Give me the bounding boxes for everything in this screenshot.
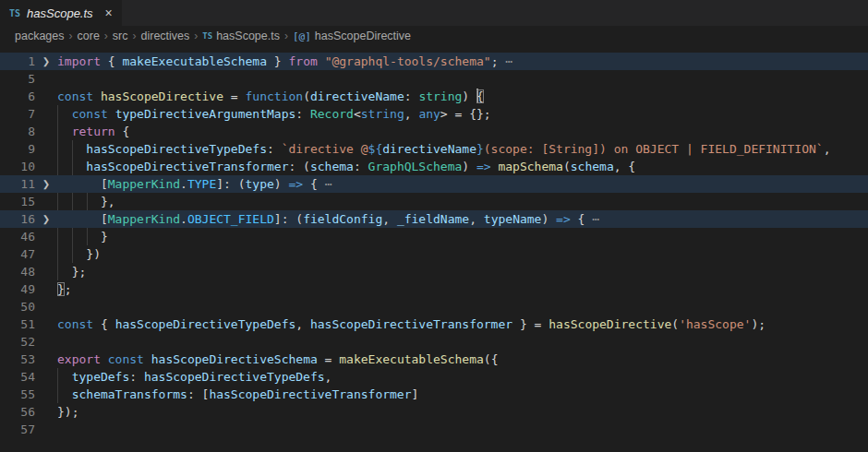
code-line-15[interactable]: 15 }, [0, 193, 868, 210]
fold-spacer [35, 351, 57, 368]
line-number[interactable]: 9 [0, 140, 35, 158]
code-line-51[interactable]: 51const { hasScopeDirectiveTypeDefs, has… [0, 315, 868, 333]
folded-code-ellipsis[interactable]: ⋯ [505, 54, 512, 68]
code-line-1[interactable]: 1❯import { makeExecutableSchema } from "… [0, 53, 868, 70]
code-token: { [115, 125, 130, 138]
line-number[interactable]: 50 [0, 298, 35, 315]
breadcrumb-item-core[interactable]: core [78, 30, 100, 42]
fold-spacer [35, 263, 57, 280]
code-token: } = [512, 317, 549, 331]
code-line-16[interactable]: 16❯ [MapperKind.OBJECT_FIELD]: (fieldCon… [0, 210, 868, 228]
code-token: ( [303, 89, 310, 103]
breadcrumb-label: directives [141, 30, 190, 42]
code-line-53[interactable]: 53export const hasScopeDirectiveSchema =… [0, 351, 868, 368]
code-line-10[interactable]: 10 hasScopeDirectiveTransformer: (schema… [0, 158, 868, 175]
code-token: } [57, 282, 65, 296]
line-number[interactable]: 47 [0, 245, 35, 263]
line-number[interactable]: 56 [0, 403, 35, 421]
line-number[interactable]: 6 [0, 88, 35, 105]
code-token: ) [462, 89, 476, 103]
line-number[interactable]: 8 [0, 123, 35, 140]
code-line-46[interactable]: 46 } [0, 228, 868, 245]
line-number[interactable]: 5 [0, 70, 35, 88]
code-token: }, [101, 195, 115, 208]
code-token: , [295, 317, 310, 331]
folded-code-ellipsis[interactable]: ⋯ [325, 177, 332, 191]
line-number[interactable]: 54 [0, 368, 35, 386]
line-number[interactable]: 55 [0, 386, 35, 403]
line-number[interactable]: 16 [0, 210, 35, 228]
typescript-file-icon: TS [9, 8, 20, 18]
code-token: makeExecutableSchema [122, 54, 267, 68]
code-line-54[interactable]: 54 typeDefs: hasScopeDirectiveTypeDefs, [0, 368, 868, 386]
code-line-50[interactable]: 50 [0, 298, 868, 315]
line-number[interactable]: 1 [0, 53, 35, 70]
code-text: const { hasScopeDirectiveTypeDefs, hasSc… [57, 315, 766, 333]
code-token: => [289, 177, 304, 191]
line-number[interactable]: 15 [0, 193, 35, 210]
code-token: hasScopeDirectiveTransformer [209, 387, 411, 401]
code-text: hasScopeDirectiveTransformer: (schema: G… [57, 158, 635, 175]
code-line-55[interactable]: 55 schemaTransforms: [hasScopeDirectiveT… [0, 386, 868, 403]
code-text: schemaTransforms: [hasScopeDirectiveTran… [57, 386, 418, 403]
gutter: 48 [0, 263, 57, 280]
code-token: ]: ( [216, 177, 245, 191]
line-number[interactable]: 10 [0, 158, 35, 175]
code-token: `directive @ [282, 142, 368, 156]
breadcrumb-label: hasScope.ts [216, 30, 280, 42]
code-line-48[interactable]: 48 }; [0, 263, 868, 280]
code-line-47[interactable]: 47 }) [0, 245, 868, 263]
code-token: < [354, 107, 361, 121]
indent-whitespace [57, 107, 72, 121]
code-token: hasScopeDirective [549, 317, 671, 331]
line-number[interactable]: 52 [0, 333, 35, 351]
breadcrumb-item-src[interactable]: src [113, 30, 128, 42]
close-icon[interactable]: × [105, 6, 113, 19]
line-number[interactable]: 57 [0, 421, 35, 438]
code-line-11[interactable]: 11❯ [MapperKind.TYPE]: (type) => { ⋯ [0, 175, 868, 193]
code-line-6[interactable]: 6const hasScopeDirective = function(dire… [0, 88, 868, 105]
breadcrumb-item-packages[interactable]: packages [15, 30, 65, 42]
code-token: ) [274, 177, 289, 191]
fold-spacer [35, 140, 57, 158]
indent-whitespace [57, 370, 72, 384]
line-number[interactable]: 11 [0, 175, 35, 193]
code-line-57[interactable]: 57 [0, 421, 868, 438]
indent-whitespace [57, 125, 72, 138]
breadcrumb-item-directives[interactable]: directives [141, 30, 190, 42]
code-token: fieldConfig [303, 212, 382, 226]
code-line-7[interactable]: 7 const typeDirectiveArgumentMaps: Recor… [0, 105, 868, 123]
indent-whitespace [57, 195, 101, 208]
line-number[interactable]: 51 [0, 315, 35, 333]
code-line-56[interactable]: 56}); [0, 403, 868, 421]
fold-chevron-icon[interactable]: ❯ [35, 53, 57, 70]
code-token: ( [563, 160, 571, 173]
folded-code-ellipsis[interactable]: ⋯ [592, 212, 599, 226]
line-number[interactable]: 46 [0, 228, 35, 245]
line-number[interactable]: 7 [0, 105, 35, 123]
indent-whitespace [57, 265, 72, 279]
breadcrumb-item-hasscopedirective[interactable]: [@]hasScopeDirective [293, 30, 411, 42]
code-line-8[interactable]: 8 return { [0, 123, 868, 140]
code-line-5[interactable]: 5 [0, 70, 868, 88]
code-token: function [246, 89, 304, 103]
code-token: ; [491, 54, 506, 68]
line-number[interactable]: 48 [0, 263, 35, 280]
fold-chevron-icon[interactable]: ❯ [35, 175, 57, 193]
code-token: return [72, 125, 115, 138]
code-text: } [57, 228, 108, 245]
code-line-49[interactable]: 49}; [0, 280, 868, 298]
tab-hasscope[interactable]: TS hasScope.ts × [0, 0, 122, 26]
line-number[interactable]: 53 [0, 351, 35, 368]
fold-spacer [35, 280, 57, 298]
breadcrumb-item-hasscope-ts[interactable]: TShasScope.ts [202, 30, 280, 42]
code-token: { [93, 317, 115, 331]
code-token: , [325, 370, 332, 384]
code-editor: 1❯import { makeExecutableSchema } from "… [0, 46, 868, 438]
line-number[interactable]: 49 [0, 280, 35, 298]
code-token: , [404, 107, 419, 121]
code-line-52[interactable]: 52 [0, 333, 868, 351]
code-line-9[interactable]: 9 hasScopeDirectiveTypeDefs: `directive … [0, 140, 868, 158]
breadcrumb: packages›core›src›directives›TShasScope.… [0, 26, 868, 46]
fold-chevron-icon[interactable]: ❯ [35, 210, 57, 228]
